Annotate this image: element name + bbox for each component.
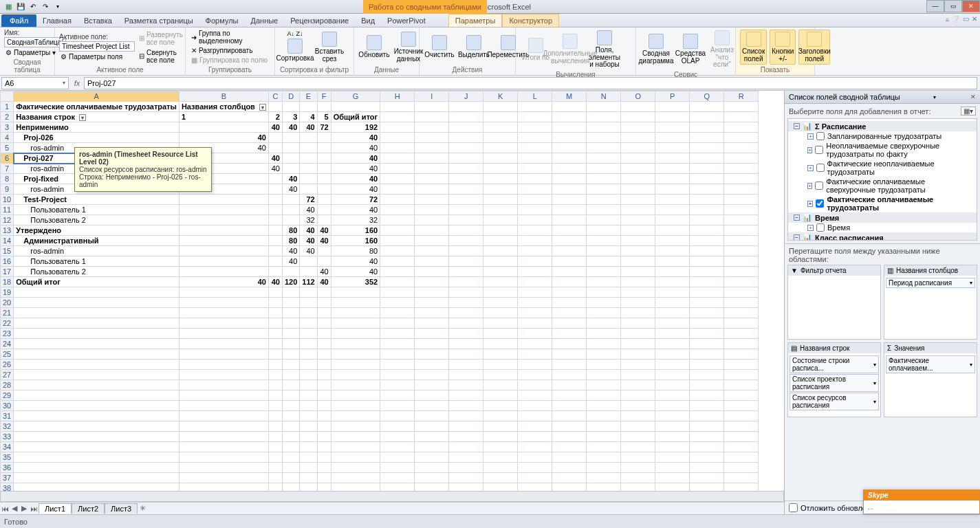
group-selection-button[interactable]: ➜ Группа по выделенному bbox=[190, 29, 270, 45]
choose-fields-label: Выберите поля для добавления в отчет: bbox=[789, 107, 930, 116]
chip-row-2[interactable]: Список проектов расписания▾ bbox=[790, 374, 879, 392]
col-header[interactable]: Q bbox=[690, 91, 724, 102]
field-list[interactable]: −📊Σ Расписание+Запланированные трудозатр… bbox=[787, 118, 977, 241]
chip-period[interactable]: Период расписания▾ bbox=[886, 278, 975, 288]
col-header[interactable]: A bbox=[14, 91, 179, 102]
maximize-button[interactable]: ▭ bbox=[944, 0, 962, 12]
tab-formulas[interactable]: Формулы bbox=[199, 14, 245, 27]
col-header[interactable]: C bbox=[268, 91, 282, 102]
field-params-button[interactable]: ⚙ Параметры поля bbox=[59, 52, 135, 61]
sheet-nav-last-icon[interactable]: ⏭ bbox=[29, 505, 39, 513]
chip-row-1[interactable]: Состояние строки расписа...▾ bbox=[790, 355, 879, 373]
field-item[interactable]: +Фактические оплачиваемые сверхурочные т… bbox=[788, 177, 977, 195]
formula-input[interactable] bbox=[84, 77, 977, 89]
field-section[interactable]: −📊Σ Расписание bbox=[788, 121, 977, 131]
active-field-input[interactable] bbox=[59, 41, 135, 52]
undo-icon[interactable]: ↶ bbox=[28, 1, 39, 12]
pivot-field-list-pane: Список полей сводной таблицы ▾ ✕ Выберит… bbox=[784, 91, 980, 514]
sheet-nav-first-icon[interactable]: ⏮ bbox=[0, 505, 10, 513]
h-scrollbar[interactable] bbox=[0, 491, 784, 502]
col-header[interactable]: H bbox=[380, 91, 415, 102]
col-header[interactable]: I bbox=[415, 91, 449, 102]
olap-tools-button[interactable]: Средства OLAP bbox=[675, 32, 706, 66]
clear-button[interactable]: Очистить bbox=[424, 34, 455, 60]
col-header[interactable]: R bbox=[724, 91, 759, 102]
new-sheet-icon[interactable]: ✳ bbox=[138, 504, 147, 513]
help-icon[interactable]: ❔ bbox=[952, 15, 960, 23]
ribbon-minimize-icon[interactable]: ▵ bbox=[946, 15, 949, 23]
ungroup-button[interactable]: ✕ Разгруппировать bbox=[190, 46, 254, 55]
tab-page-layout[interactable]: Разметка страницы bbox=[118, 14, 199, 27]
sheet-nav-next-icon[interactable]: ▶ bbox=[19, 504, 29, 513]
area-values[interactable]: ΣЗначения Фактические оплачиваем...▾ bbox=[884, 342, 977, 417]
pane-dropdown-icon[interactable]: ▾ bbox=[933, 94, 936, 100]
sheet-nav-prev-icon[interactable]: ◀ bbox=[10, 504, 19, 513]
formula-bar: A6▾ fx bbox=[0, 76, 980, 91]
area-report-filter[interactable]: ▼Фильтр отчета bbox=[787, 265, 881, 340]
field-item[interactable]: +Фактические оплачиваемые трудозатраты bbox=[788, 195, 977, 212]
select-button[interactable]: Выделить bbox=[458, 34, 490, 60]
tab-design[interactable]: Конструктор bbox=[502, 14, 559, 27]
col-header[interactable]: O bbox=[621, 91, 655, 102]
field-list-toggle[interactable]: Список полей bbox=[740, 30, 767, 65]
field-item[interactable]: +Время bbox=[788, 223, 977, 232]
col-header[interactable]: F bbox=[317, 91, 331, 102]
insert-slicer-button[interactable]: Вставить срез bbox=[314, 30, 345, 64]
close-button[interactable]: ✕ bbox=[962, 0, 980, 12]
fields-items-button[interactable]: Поля, элементы и наборы bbox=[589, 29, 620, 70]
tab-insert[interactable]: Вставка bbox=[78, 14, 118, 27]
window-titlebar: ▦ 💾 ↶ ↷ ▾ Книга1 - Microsoft Excel Работ… bbox=[0, 0, 980, 14]
sort-button[interactable]: Сортировка bbox=[279, 37, 311, 64]
col-header[interactable]: J bbox=[449, 91, 483, 102]
pivot-options-button[interactable]: ⚙ Параметры ▾ bbox=[4, 48, 57, 57]
col-header[interactable]: G bbox=[331, 91, 380, 102]
refresh-button[interactable]: Обновить bbox=[358, 34, 390, 60]
col-header[interactable]: E bbox=[300, 91, 317, 102]
redo-icon[interactable]: ↷ bbox=[40, 1, 51, 12]
tab-file[interactable]: Файл bbox=[1, 14, 36, 27]
col-header[interactable]: M bbox=[552, 91, 587, 102]
col-header[interactable]: N bbox=[587, 91, 621, 102]
col-header[interactable]: B bbox=[179, 91, 268, 102]
name-box[interactable]: A6▾ bbox=[1, 77, 69, 89]
group-show: Показать bbox=[740, 65, 810, 74]
minimize-button[interactable]: — bbox=[926, 0, 944, 12]
area-row-labels[interactable]: ▤Названия строк Состояние строки расписа… bbox=[787, 342, 881, 417]
workbook-restore-icon[interactable]: ▭ bbox=[963, 15, 969, 23]
tab-powerpivot[interactable]: PowerPivot bbox=[381, 14, 432, 27]
tab-data[interactable]: Данные bbox=[244, 14, 284, 27]
field-item[interactable]: +Запланированные трудозатраты bbox=[788, 131, 977, 141]
workbook-close-icon[interactable]: ✕ bbox=[972, 15, 977, 23]
field-headers-toggle[interactable]: Заголовки полей bbox=[798, 30, 830, 65]
fx-icon[interactable]: fx bbox=[70, 79, 84, 87]
tab-review[interactable]: Рецензирование bbox=[284, 14, 355, 27]
col-header[interactable]: D bbox=[282, 91, 299, 102]
skype-popup[interactable]: Skype ... bbox=[863, 490, 980, 514]
pivot-chart-button[interactable]: Сводная диаграмма bbox=[640, 32, 672, 66]
area-column-labels[interactable]: ▥Названия столбцов Период расписания▾ bbox=[884, 265, 977, 340]
sheet-tab-3[interactable]: Лист3 bbox=[105, 503, 138, 514]
pm-buttons-toggle[interactable]: Кнопки +/- bbox=[770, 30, 796, 65]
defer-update-checkbox[interactable] bbox=[789, 503, 798, 512]
sheet-tab-1[interactable]: Лист1 bbox=[39, 503, 72, 514]
excel-icon: ▦ bbox=[3, 1, 14, 12]
qat-dropdown-icon[interactable]: ▾ bbox=[52, 1, 63, 12]
field-section[interactable]: −📊Время bbox=[788, 212, 977, 223]
col-header[interactable]: P bbox=[655, 91, 690, 102]
field-item[interactable]: +Фактические неоплачиваемые трудозатраты bbox=[788, 159, 977, 177]
collapse-field-button[interactable]: ⊟ Свернуть все поле bbox=[138, 48, 184, 65]
col-header[interactable]: L bbox=[518, 91, 552, 102]
field-section[interactable]: −📊Класс расписания bbox=[788, 232, 977, 241]
pane-layout-icon[interactable]: ▦▾ bbox=[961, 107, 976, 116]
tab-options[interactable]: Параметры bbox=[448, 14, 503, 27]
col-header[interactable]: K bbox=[483, 91, 518, 102]
pane-close-icon[interactable]: ✕ bbox=[968, 94, 976, 100]
tab-home[interactable]: Главная bbox=[36, 14, 78, 27]
chip-value[interactable]: Фактические оплачиваем...▾ bbox=[886, 355, 975, 373]
save-icon[interactable]: 💾 bbox=[15, 1, 26, 12]
field-item[interactable]: +Неоплачиваемые сверхурочные трудозатрат… bbox=[788, 141, 977, 159]
pivot-name-label: Имя: bbox=[4, 29, 19, 36]
sheet-tab-2[interactable]: Лист2 bbox=[72, 503, 105, 514]
tab-view[interactable]: Вид bbox=[355, 14, 381, 27]
chip-row-3[interactable]: Список ресурсов расписания▾ bbox=[790, 393, 879, 410]
